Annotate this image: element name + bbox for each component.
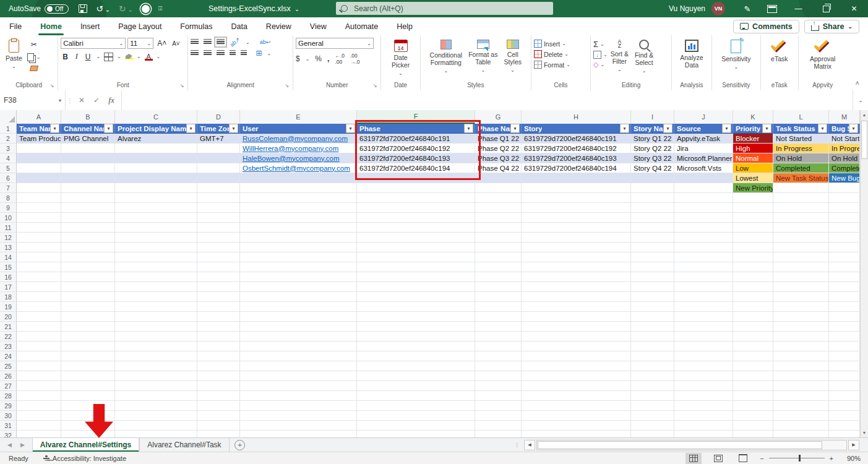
cell-E24[interactable] [240, 351, 357, 361]
cell-M29[interactable] [829, 401, 860, 411]
cell-I32[interactable] [631, 431, 674, 437]
cell-L11[interactable] [773, 223, 829, 233]
prev-sheet-icon[interactable]: ◀ [7, 442, 12, 448]
cell-D31[interactable] [197, 421, 240, 431]
cell-L22[interactable] [773, 332, 829, 342]
ribbon-tab-automate[interactable]: Automate [336, 17, 388, 35]
cell-D6[interactable] [197, 173, 240, 183]
cell-F10[interactable] [357, 213, 475, 223]
cell-I25[interactable] [631, 361, 674, 371]
row-header-27[interactable]: 27 [0, 381, 17, 391]
cell-K18[interactable] [733, 292, 773, 302]
cell-M27[interactable] [829, 381, 860, 391]
ribbon-tab-review[interactable]: Review [257, 17, 301, 35]
fill-color-button[interactable] [125, 54, 133, 59]
cell-D23[interactable] [197, 342, 240, 351]
cell-F4[interactable]: 631972fd7200ef246840c193 [357, 153, 475, 163]
row-header-2[interactable]: 2 [0, 134, 17, 144]
cell-D1[interactable]: Time Zone▾ [197, 124, 240, 134]
cell-E31[interactable] [240, 421, 357, 431]
cell-C4[interactable] [115, 153, 197, 163]
cell-K3[interactable]: High [733, 144, 773, 153]
zoom-out-icon[interactable]: − [760, 455, 763, 462]
insert-cells-button[interactable]: Insert⌄ [534, 40, 570, 48]
filter-icon-D[interactable]: ▾ [229, 124, 238, 133]
cell-K21[interactable] [733, 322, 773, 332]
increase-indent-icon[interactable] [241, 50, 247, 56]
row-header-8[interactable]: 8 [0, 193, 17, 203]
row-header-24[interactable]: 24 [0, 351, 17, 361]
cell-I6[interactable] [631, 173, 674, 183]
cell-D32[interactable] [197, 431, 240, 437]
cell-F9[interactable] [357, 203, 475, 213]
date-picker-button[interactable]: 14 Date Picker⌄ [389, 38, 413, 78]
autosave-toggle[interactable]: AutoSave Off [9, 4, 69, 14]
column-header-D[interactable]: D [197, 110, 240, 124]
cell-C22[interactable] [115, 332, 197, 342]
cell-B14[interactable] [61, 252, 115, 262]
cell-D9[interactable] [197, 203, 240, 213]
cell-A5[interactable] [17, 163, 61, 173]
cell-M11[interactable] [829, 223, 860, 233]
cell-J20[interactable] [674, 312, 733, 322]
cell-B26[interactable] [61, 371, 115, 381]
cell-E5[interactable]: OsbertSchmidt@mycompany.com [240, 163, 357, 173]
cell-L24[interactable] [773, 351, 829, 361]
cell-K20[interactable] [733, 312, 773, 322]
cell-C28[interactable] [115, 391, 197, 401]
cell-K29[interactable] [733, 401, 773, 411]
sensitivity-button[interactable]: Sensitivity⌄ [718, 38, 754, 72]
cell-A21[interactable] [17, 322, 61, 332]
cell-I29[interactable] [631, 401, 674, 411]
cell-F21[interactable] [357, 322, 475, 332]
cell-J12[interactable] [674, 233, 733, 243]
cell-A23[interactable] [17, 342, 61, 351]
cell-J29[interactable] [674, 401, 733, 411]
cell-J3[interactable]: Jira [674, 144, 733, 153]
collapse-ribbon-chevron-icon[interactable]: ˄ [847, 75, 868, 90]
cell-I24[interactable] [631, 351, 674, 361]
filter-icon-J[interactable]: ▾ [722, 124, 731, 133]
format-painter-button[interactable] [25, 65, 43, 72]
cell-K8[interactable] [733, 193, 773, 203]
cell-B4[interactable] [61, 153, 115, 163]
alignment-dialog-launcher[interactable]: ↘ [285, 83, 289, 88]
cell-H2[interactable]: 6319729d7200ef246840c191 [522, 134, 631, 144]
cell-B5[interactable] [61, 163, 115, 173]
cell-J23[interactable] [674, 342, 733, 351]
cell-L32[interactable] [773, 431, 829, 437]
cell-H1[interactable]: Story▾ [522, 124, 631, 134]
cancel-entry-icon[interactable]: ✕ [74, 90, 89, 110]
cell-M18[interactable] [829, 292, 860, 302]
cell-A8[interactable] [17, 193, 61, 203]
undo-button[interactable]: ↺ ⌄ [96, 4, 110, 14]
vertical-scroll-thumb[interactable] [861, 121, 867, 159]
cell-K5[interactable]: Low [733, 163, 773, 173]
cell-H19[interactable] [522, 302, 631, 312]
cell-E26[interactable] [240, 371, 357, 381]
cell-I14[interactable] [631, 252, 674, 262]
save-icon[interactable] [79, 4, 87, 13]
page-layout-view-button[interactable] [710, 453, 726, 464]
filter-icon-F[interactable]: ▾ [464, 124, 473, 133]
paste-button[interactable]: Paste⌄ [2, 38, 25, 71]
cell-I20[interactable] [631, 312, 674, 322]
cell-K26[interactable] [733, 371, 773, 381]
cell-D30[interactable] [197, 411, 240, 421]
column-header-H[interactable]: H [522, 110, 631, 124]
cell-H3[interactable]: 6319729d7200ef246840c192 [522, 144, 631, 153]
cell-I17[interactable] [631, 282, 674, 292]
minimize-button[interactable]: — [784, 0, 812, 17]
row-header-10[interactable]: 10 [0, 213, 17, 223]
cell-L20[interactable] [773, 312, 829, 322]
cell-E7[interactable] [240, 183, 357, 193]
bottom-align-icon[interactable] [217, 39, 225, 45]
row-header-32[interactable]: 32 [0, 431, 17, 437]
clear-button[interactable]: ◇⌄ [593, 61, 608, 69]
row-header-25[interactable]: 25 [0, 361, 17, 371]
cell-G12[interactable] [475, 233, 522, 243]
cell-B29[interactable] [61, 401, 115, 411]
cell-I16[interactable] [631, 272, 674, 282]
vertical-scrollbar[interactable]: ▲ ▼ [860, 110, 868, 437]
cell-K2[interactable]: Blocker [733, 134, 773, 144]
